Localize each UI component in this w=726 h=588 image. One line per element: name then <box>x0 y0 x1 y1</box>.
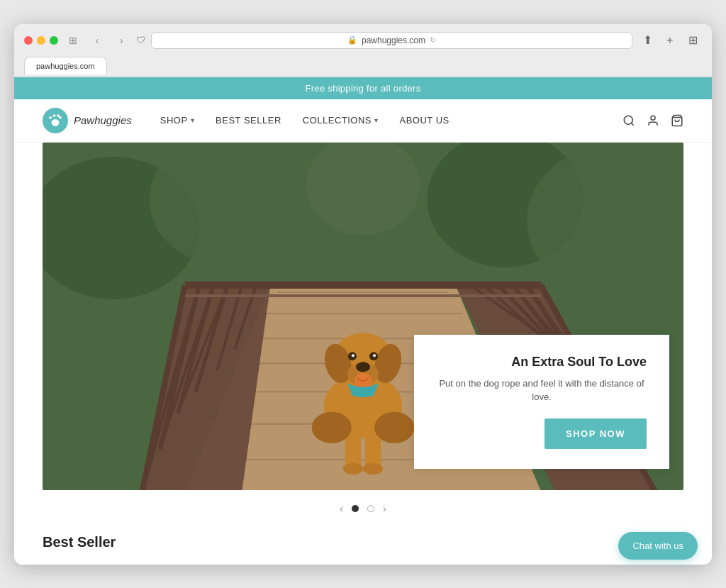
hero-section: An Extra Soul To Love Put on the dog rop… <box>43 143 683 527</box>
address-bar-row: 🛡 🔒 pawhuggies.com ↻ <box>136 32 632 49</box>
slider-prev-button[interactable]: ‹ <box>340 503 343 514</box>
svg-point-0 <box>624 116 632 124</box>
svg-line-1 <box>631 123 633 125</box>
browser-chrome: ⊞ ‹ › 🛡 🔒 pawhuggies.com ↻ ⬆ + ⊞ pawhugg… <box>14 24 712 77</box>
svg-point-55 <box>312 411 352 443</box>
minimize-button[interactable] <box>37 36 45 45</box>
website-content: Free shipping for all orders Pawhuggies … <box>14 77 712 565</box>
shop-chevron-icon: ▾ <box>191 116 195 124</box>
sidebar-toggle-button[interactable]: ⊞ <box>64 33 82 48</box>
hero-card-title: An Extra Soul To Love <box>437 355 647 370</box>
close-button[interactable] <box>24 36 33 45</box>
hero-info-card: An Extra Soul To Love Put on the dog rop… <box>414 335 669 469</box>
traffic-lights <box>24 36 58 45</box>
best-seller-title: Best Seller <box>43 534 683 550</box>
active-tab[interactable]: pawhuggies.com <box>24 57 107 74</box>
nav-shop[interactable]: SHOP ▾ <box>160 115 194 126</box>
best-seller-section: Best Seller <box>14 527 712 565</box>
hero-image: An Extra Soul To Love Put on the dog rop… <box>43 143 683 490</box>
browser-actions: ⬆ + ⊞ <box>638 31 702 50</box>
logo-area[interactable]: Pawhuggies <box>43 108 132 133</box>
slider-next-button[interactable]: › <box>383 503 386 514</box>
svg-point-56 <box>374 411 414 443</box>
announcement-bar: Free shipping for all orders <box>14 77 712 99</box>
nav-about-us[interactable]: ABOUT US <box>400 115 449 126</box>
announcement-text: Free shipping for all orders <box>305 83 420 94</box>
slider-dot-1[interactable] <box>352 505 359 512</box>
svg-point-54 <box>363 462 383 474</box>
cart-button[interactable] <box>671 114 683 127</box>
svg-point-49 <box>373 354 376 357</box>
shop-now-button[interactable]: SHOP NOW <box>544 418 647 449</box>
svg-point-48 <box>352 354 354 357</box>
forward-button[interactable]: › <box>112 33 130 48</box>
chat-button[interactable]: Chat with us <box>618 532 698 560</box>
svg-point-53 <box>343 462 363 474</box>
url-text: pawhuggies.com <box>362 35 425 45</box>
maximize-button[interactable] <box>50 36 58 45</box>
address-bar[interactable]: 🔒 pawhuggies.com ↻ <box>151 32 632 49</box>
hero-card-subtitle: Put on the dog rope and feel it with the… <box>437 377 647 404</box>
nav-best-seller[interactable]: BEST SELLER <box>216 115 281 126</box>
logo-text: Pawhuggies <box>74 114 132 126</box>
browser-window: ⊞ ‹ › 🛡 🔒 pawhuggies.com ↻ ⬆ + ⊞ pawhugg… <box>14 24 712 565</box>
collections-chevron-icon: ▾ <box>374 116 379 124</box>
nav-icons <box>622 114 683 127</box>
back-button[interactable]: ‹ <box>88 33 106 48</box>
slider-controls: ‹ › <box>43 490 683 527</box>
navbar: Pawhuggies SHOP ▾ BEST SELLER COLLECTION… <box>14 99 712 143</box>
nav-links: SHOP ▾ BEST SELLER COLLECTIONS ▾ ABOUT U… <box>160 115 622 126</box>
svg-point-2 <box>651 116 655 120</box>
share-button[interactable]: ⬆ <box>638 31 657 50</box>
svg-point-45 <box>356 362 370 372</box>
slider-dot-2[interactable] <box>367 505 374 512</box>
nav-collections[interactable]: COLLECTIONS ▾ <box>303 115 379 126</box>
account-button[interactable] <box>647 114 659 127</box>
shield-icon: 🛡 <box>136 35 145 45</box>
logo-icon <box>43 108 68 133</box>
grid-button[interactable]: ⊞ <box>683 31 702 50</box>
search-button[interactable] <box>622 114 635 127</box>
new-tab-button[interactable]: + <box>661 31 679 50</box>
